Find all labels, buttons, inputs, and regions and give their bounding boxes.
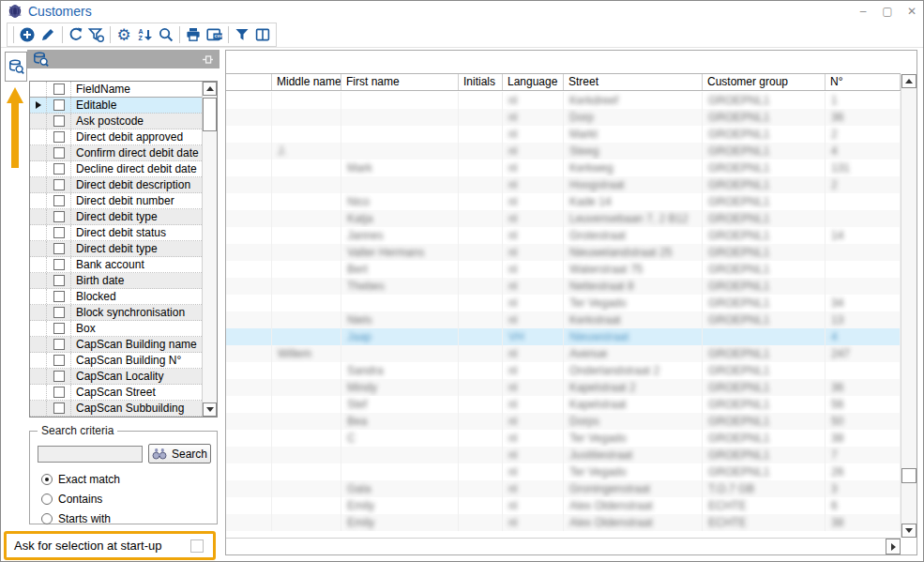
list-item[interactable]: Block synchronisation — [30, 305, 202, 321]
export-csv-button[interactable]: csv — [204, 24, 224, 45]
table-row[interactable]: nlTer VegadoGROEPNL126 — [226, 463, 901, 480]
table-row[interactable]: GalanlGroningenstraatT.O.7 GB3 — [226, 480, 901, 497]
item-checkbox[interactable] — [53, 307, 65, 318]
item-checkbox-cell[interactable] — [47, 273, 71, 288]
item-checkbox-cell[interactable] — [47, 369, 71, 384]
item-checkbox-cell[interactable] — [47, 337, 71, 352]
list-item[interactable]: Direct debit type — [30, 241, 202, 257]
table-row[interactable]: MarknlKerkwegGROEPNL1131 — [226, 159, 901, 176]
panel-header[interactable] — [27, 50, 220, 68]
list-item[interactable]: Birth date — [30, 273, 202, 289]
list-item[interactable]: Blocked — [30, 289, 202, 305]
list-item[interactable]: Direct debit approved — [30, 129, 202, 145]
sort-button[interactable]: AZ — [134, 24, 155, 45]
item-checkbox-cell[interactable] — [47, 321, 71, 336]
column-header[interactable]: N° — [826, 74, 901, 90]
list-item[interactable]: CapScan Subbuilding — [30, 401, 202, 417]
table-row[interactable]: Valter HermansnlNieuwelandstraat 25GROEP… — [226, 244, 901, 261]
edit-button[interactable] — [38, 24, 58, 45]
search-button-toolbar[interactable] — [156, 24, 176, 45]
column-header[interactable]: Initials — [459, 74, 503, 90]
pin-icon[interactable] — [202, 54, 214, 65]
radio-exact-match[interactable]: Exact match — [41, 473, 217, 486]
item-checkbox[interactable] — [53, 275, 65, 286]
item-checkbox-cell[interactable] — [47, 177, 71, 192]
table-row[interactable]: BeanlDorpsGROEPNL150 — [226, 413, 901, 430]
refresh-button[interactable] — [65, 24, 85, 45]
item-checkbox-cell[interactable] — [47, 305, 71, 320]
scrollbar-thumb[interactable] — [901, 468, 916, 483]
list-item[interactable]: Direct debit type — [30, 209, 202, 225]
radio-contains[interactable]: Contains — [41, 493, 217, 506]
item-checkbox-cell[interactable] — [47, 225, 71, 240]
table-row[interactable]: StefnlKapelstraatGROEPNL156 — [226, 396, 901, 413]
table-row[interactable]: nlMarktGROEPNL12 — [226, 126, 901, 143]
item-checkbox[interactable] — [53, 99, 65, 111]
item-checkbox-cell[interactable] — [47, 241, 71, 256]
column-header[interactable]: Language — [503, 74, 564, 90]
table-row[interactable]: ThebesnlNettestraat 8GROEPNL1 — [226, 278, 901, 295]
add-button[interactable] — [17, 24, 38, 45]
item-checkbox[interactable] — [53, 179, 65, 190]
table-row[interactable]: EmilynlAlex OldenstraatECHTE38 — [226, 514, 901, 531]
scroll-up-button[interactable] — [203, 82, 217, 96]
filter-button[interactable] — [231, 24, 251, 45]
search-input[interactable] — [38, 446, 143, 463]
item-checkbox[interactable] — [53, 403, 65, 414]
column-header[interactable]: Middle name — [272, 74, 341, 90]
item-checkbox-cell[interactable] — [47, 193, 71, 208]
list-item[interactable]: CapScan Building N° — [30, 353, 202, 369]
list-item[interactable]: Direct debit number — [30, 193, 202, 209]
maximize-button[interactable]: ▢ — [882, 6, 893, 17]
table-row[interactable]: NielsnlKerkstraatGROEPNL113 — [226, 311, 901, 328]
column-header[interactable]: First name — [341, 74, 459, 90]
auto-filter-button[interactable] — [86, 24, 107, 45]
field-list-scrollbar[interactable] — [202, 82, 217, 417]
item-checkbox-cell[interactable] — [47, 114, 71, 129]
item-checkbox-cell[interactable] — [47, 129, 71, 144]
item-checkbox[interactable] — [53, 147, 65, 159]
minimize-button[interactable]: – — [857, 6, 869, 17]
list-item[interactable]: Bank account — [30, 257, 202, 273]
list-item[interactable]: Editable — [30, 98, 202, 114]
columns-button[interactable] — [252, 24, 273, 45]
item-checkbox-cell[interactable] — [47, 353, 71, 368]
item-checkbox-cell[interactable] — [47, 145, 71, 160]
list-item[interactable]: Confirm direct debit date — [30, 145, 202, 161]
list-item[interactable]: Direct debit description — [30, 177, 202, 193]
print-button[interactable] — [183, 24, 204, 45]
item-checkbox-cell[interactable] — [47, 161, 71, 176]
scroll-right-button[interactable] — [886, 539, 901, 554]
item-checkbox[interactable] — [53, 291, 65, 302]
grid-vertical-scrollbar[interactable] — [901, 74, 916, 538]
table-row[interactable]: BertnlWaterstraat 75GROEPNL1 — [226, 261, 901, 278]
table-row[interactable]: KatjanlLeuvensebaan 7, 2 B12GROEPNL1 — [226, 210, 901, 227]
table-row[interactable]: JaapVHNieuwstraat4 — [226, 328, 901, 345]
grid-horizontal-scrollbar[interactable] — [226, 538, 901, 554]
list-item[interactable]: Decline direct debit date — [30, 161, 202, 177]
list-item[interactable]: Box — [30, 321, 202, 337]
item-checkbox[interactable] — [53, 323, 65, 334]
item-checkbox-cell[interactable] — [47, 289, 71, 304]
radio-starts-with[interactable]: Starts with — [41, 512, 217, 525]
search-button[interactable]: Search — [148, 444, 211, 463]
item-checkbox[interactable] — [53, 163, 65, 175]
column-header[interactable] — [226, 74, 272, 90]
item-checkbox[interactable] — [53, 211, 65, 222]
list-item[interactable]: CapScan Street — [30, 385, 202, 401]
field-list-header[interactable]: FieldName — [30, 82, 202, 98]
select-all-checkbox-cell[interactable] — [47, 82, 71, 97]
table-row[interactable]: EmilynlAlex OldenstraatECHTE6 — [226, 497, 901, 514]
list-item[interactable]: CapScan Building name — [30, 337, 202, 353]
table-row[interactable]: SandranlOnderlandstraat 2GROEPNL1 — [226, 362, 901, 379]
item-checkbox[interactable] — [53, 243, 65, 254]
field-selector-tab[interactable] — [5, 52, 27, 82]
list-item[interactable]: Ask postcode — [30, 114, 202, 129]
item-checkbox[interactable] — [53, 339, 65, 350]
scroll-down-button[interactable] — [901, 524, 916, 538]
list-item[interactable]: CapScan Locality — [30, 369, 202, 385]
item-checkbox-cell[interactable] — [47, 385, 71, 400]
table-row[interactable]: nlKerkdreefGROEPNL11 — [226, 92, 901, 109]
item-checkbox-cell[interactable] — [47, 257, 71, 272]
table-row[interactable]: MindynlKapelstraat 2GROEPNL136 — [226, 379, 901, 396]
